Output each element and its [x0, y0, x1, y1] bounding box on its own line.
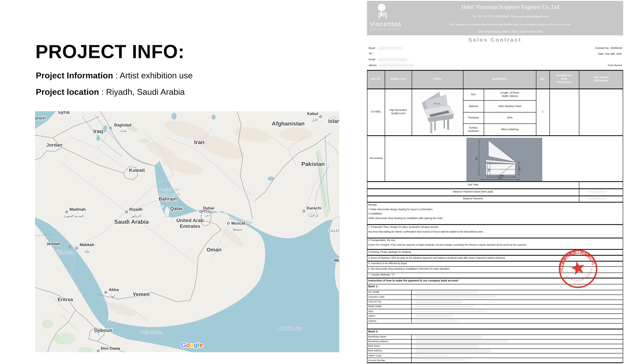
baghdad-label-ar: بغداد	[120, 129, 127, 132]
col-item-no: Item No.	[367, 70, 385, 88]
bank2-value-redacted-6	[416, 359, 466, 361]
arabian-sea-label: Arabian Sea	[278, 326, 302, 331]
uae-label-2: Emirates	[180, 224, 200, 229]
bank2-bank-name: Bank Name	[368, 345, 380, 347]
bank1-value-redacted-3	[416, 301, 462, 303]
mumbai-label: Mu	[334, 258, 339, 263]
balance-payment-row: Balance Payment	[367, 196, 579, 202]
iraq-label: Iraq	[93, 128, 103, 134]
gujarat-label: GUJA	[329, 228, 339, 233]
pakistan-label: Pakistan	[301, 161, 325, 167]
vincentaa-logo-wordmark: Vincentaa	[369, 20, 402, 28]
jordan-label: Jordan	[46, 142, 62, 148]
bank2-value-redacted-4	[416, 350, 491, 352]
riyadh-label-ar: الرياض	[131, 214, 141, 218]
bank2-bank-address: Bank Address	[368, 349, 382, 352]
adress-label: Adress:	[369, 64, 377, 66]
contract-header: Vincentaa U R B A N F U R N I T U R E He…	[367, 1, 623, 36]
spec-value-surface: Mirror polishing	[484, 124, 536, 135]
muscat-label-ar: مسقط	[233, 227, 242, 231]
yemen-label: Yemen	[133, 291, 150, 297]
size-drawing: 950 440 470 1200 1574	[466, 138, 542, 181]
dire-dawa-label: Dire Dawa	[101, 346, 120, 350]
spec-value-material: #304 Stainless Steel	[484, 100, 536, 112]
bank1-value-redacted-2	[416, 296, 496, 298]
adress-redacted	[379, 64, 414, 66]
email-redacted	[378, 58, 408, 61]
bank1-swift: SWIFT:	[368, 315, 376, 317]
spec-value-size: Length: 1574mm Width: 950mm	[484, 88, 536, 100]
bank1-value-redacted-5	[416, 310, 487, 312]
term-3: 3.Packing: Proper package for shipping	[368, 250, 411, 253]
bank2-account-number: Account Number	[368, 359, 385, 361]
qatar-label: Qatar	[170, 206, 183, 211]
karachi-label-ar: كراچى	[309, 214, 319, 218]
bank2-value-redacted-3	[416, 345, 479, 347]
col-total-amount: Total amount EXW factory	[579, 70, 623, 88]
product-picture	[412, 88, 463, 135]
project-info-panel: PROJECT INFO: Project Information : Arti…	[0, 0, 362, 364]
jeddah-label-ar: جدة	[57, 249, 62, 253]
vincentaa-logo-subtext: U R B A N F U R N I T U R E	[369, 29, 402, 30]
madinah-label-ar: المدينة المنورة	[64, 214, 84, 218]
bank2-value-redacted-1	[416, 336, 483, 338]
project-location-label: Project location	[36, 87, 99, 96]
islamabad-label: Islan	[328, 118, 339, 124]
advance-payment-row: Advance Payment (have been paid)	[367, 188, 579, 196]
term-1-line-2: Any time that waiting for clients' confi…	[368, 230, 484, 233]
term-6: 6. We will provide shop drawing or insta…	[368, 268, 450, 270]
company-stamp: 河北威赛特雕塑工程有限公司 1301059153501	[553, 244, 603, 294]
bank1-contact-add: CONTACT ADD:	[368, 296, 385, 298]
riyadh-label: Riyadh	[129, 207, 143, 212]
bank1-value-redacted-4	[416, 306, 474, 308]
makkah-label-ar: مكة	[84, 249, 90, 253]
col-picture: Picture	[412, 70, 463, 88]
spec-label-size: Size	[463, 88, 484, 100]
col-discount-price: Discount Unit Price EXW factory	[550, 70, 579, 88]
bank1-usd-ac-no: USD A/C No.:	[368, 300, 382, 303]
contract-from: From Aurora	[608, 64, 622, 66]
term-5: 5. Insurance to be effected by buyer	[368, 262, 407, 264]
madinah-label: Madinah	[70, 207, 86, 212]
contract-title: Sales Contract	[367, 37, 623, 43]
term-1-line-1: 1. Production Time: Design 3-5 days, pro…	[368, 226, 438, 228]
company-address: Add: Shijiazhuang, Hebei, China Contact:…	[409, 30, 612, 33]
dim-1574: 1574	[498, 177, 502, 179]
bank2-swift-code: SWIFT Code	[368, 354, 381, 357]
bank1-add: ADD:	[368, 310, 374, 312]
bank2-beneficiary-address: Beneficiary Address	[368, 340, 388, 342]
stamp-star	[570, 260, 586, 276]
col-qty: Qty.	[536, 70, 550, 88]
syria-label: Syria	[58, 111, 70, 115]
oman-label: Oman	[206, 247, 222, 253]
buyer-redacted	[378, 47, 402, 49]
bank2-value-redacted-2	[416, 340, 508, 342]
bank1-value-redacted-1	[416, 291, 479, 293]
slide: PROJECT INFO: Project Information : Arti…	[0, 0, 632, 364]
remark-line-1: 1-Seller will provide design drawing for…	[368, 208, 433, 210]
project-location-line: Project location : Riyadh, Saudi Arabia	[36, 87, 185, 97]
jeddah-label: Jeddah	[46, 242, 60, 246]
page-title: PROJECT INFO:	[36, 41, 184, 63]
kabul-label-ar: كابل	[312, 118, 318, 122]
project-information-line: Project Information : Artist exhibition …	[36, 71, 193, 80]
vincentaa-logo-icon	[373, 3, 392, 20]
dim-470: 470	[519, 167, 521, 170]
col-quality: Quality Level	[385, 70, 412, 88]
sub-total-row: Sub Total	[367, 181, 579, 188]
dubai-label: Dubai	[203, 206, 214, 210]
col-specification: Specification	[463, 70, 536, 88]
uae-label-1: United Arab	[176, 218, 204, 223]
dim-950: 950	[476, 157, 478, 160]
project-information-value: : Artist exhibition use	[113, 71, 193, 80]
iran-label: Iran	[194, 139, 204, 145]
term-2-line-2: Export Port Charges: If the customer app…	[368, 243, 527, 246]
company-name: Hebei Vincentaa Sculpture Engineer Co.,L…	[409, 4, 612, 10]
company-web: Web: vincentaa.com/products/urban-park-a…	[405, 23, 616, 26]
eritrea-label: Eritrea	[58, 297, 73, 302]
abha-label-ar: أبها	[111, 294, 115, 298]
lebanon-label: anon	[35, 115, 46, 121]
bahrain-label: Bahrain	[159, 196, 177, 202]
company-contact: Tel: +86 183-3313-5888 Email: VincentaaS…	[409, 15, 612, 18]
qty-value: 1	[536, 88, 550, 135]
